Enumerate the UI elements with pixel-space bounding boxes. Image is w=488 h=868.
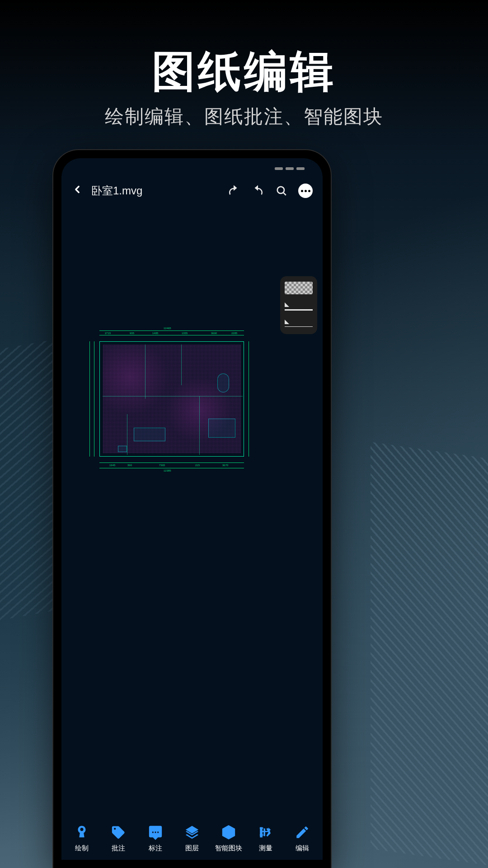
wall bbox=[199, 396, 200, 455]
dimension-line bbox=[249, 341, 249, 457]
dimension-label: 1945 bbox=[109, 464, 115, 467]
dimension-line bbox=[99, 335, 244, 335]
dimension-label: 1485 bbox=[152, 332, 158, 335]
dimension-label: 2285 bbox=[231, 332, 237, 335]
linestyle-solid-thin[interactable] bbox=[285, 318, 313, 329]
tool-layers[interactable]: 图层 bbox=[174, 824, 210, 853]
svg-point-0 bbox=[277, 187, 284, 193]
cube-icon bbox=[221, 824, 237, 840]
svg-line-1 bbox=[283, 193, 286, 195]
undo-button[interactable] bbox=[227, 184, 240, 198]
cad-canvas[interactable]: 12465 2715 935 1485 1355 3690 2285 1945 … bbox=[61, 210, 323, 819]
dimension-label: 12385 bbox=[164, 469, 171, 472]
dimension-label: 1355 bbox=[182, 332, 188, 335]
tool-label: 标注 bbox=[149, 844, 162, 853]
line-preview bbox=[285, 326, 313, 327]
wall bbox=[145, 344, 145, 399]
dimension-line bbox=[99, 468, 244, 468]
triangle-icon bbox=[285, 302, 289, 307]
svg-rect-2 bbox=[260, 827, 263, 837]
dimension-line bbox=[99, 462, 244, 463]
tool-draw[interactable]: 绘制 bbox=[63, 824, 100, 853]
more-button[interactable] bbox=[298, 184, 313, 198]
tool-measure[interactable]: 测量 bbox=[247, 824, 284, 853]
tool-blocks[interactable]: 智能图块 bbox=[211, 824, 247, 853]
tag-icon bbox=[110, 824, 127, 840]
dimension-label: 2715 bbox=[105, 332, 111, 335]
background-pattern-right bbox=[371, 442, 488, 868]
dimension-line bbox=[94, 341, 94, 457]
redo-button[interactable] bbox=[251, 184, 265, 198]
tool-label: 智能图块 bbox=[215, 844, 242, 853]
dimension-label: 3670 bbox=[222, 464, 228, 467]
dot-icon bbox=[308, 190, 310, 192]
floor-plan-drawing: 12465 2715 935 1485 1355 3690 2285 1945 … bbox=[87, 327, 254, 476]
marketing-subtitle: 绘制编辑、图纸批注、智能图块 bbox=[0, 104, 488, 129]
tool-label: 编辑 bbox=[296, 844, 309, 853]
edit-icon bbox=[294, 824, 310, 840]
layers-icon bbox=[184, 824, 200, 840]
filename-label: 卧室1.mvg bbox=[91, 184, 221, 198]
dimension-line bbox=[89, 341, 90, 457]
back-button[interactable] bbox=[71, 183, 83, 198]
furniture-bathtub bbox=[217, 373, 229, 392]
marketing-title: 图纸编辑 bbox=[0, 43, 488, 102]
wall bbox=[181, 344, 182, 385]
dot-icon bbox=[305, 190, 307, 192]
dimension-label: 215 bbox=[195, 464, 200, 467]
tool-edit[interactable]: 编辑 bbox=[284, 824, 321, 853]
linestyle-solid-thick[interactable] bbox=[285, 301, 313, 311]
tool-label: 测量 bbox=[259, 844, 272, 853]
pen-icon bbox=[74, 824, 90, 840]
phone-mockup-frame: 卧室1.mvg bbox=[53, 150, 331, 868]
search-button[interactable] bbox=[276, 185, 287, 197]
app-header: 卧室1.mvg bbox=[61, 176, 323, 205]
tool-label: 绘制 bbox=[75, 844, 89, 853]
tool-label: 批注 bbox=[112, 844, 125, 853]
plan-outline bbox=[99, 341, 244, 457]
status-bar bbox=[250, 167, 305, 171]
wall bbox=[127, 414, 127, 455]
dimension-label: 3690 bbox=[211, 332, 217, 335]
dimension-label: 12465 bbox=[164, 327, 171, 330]
furniture-bed bbox=[208, 419, 235, 438]
triangle-icon bbox=[285, 320, 289, 324]
comment-icon bbox=[147, 824, 164, 840]
tool-markup[interactable]: 标注 bbox=[137, 824, 174, 853]
furniture-table bbox=[134, 428, 165, 441]
bottom-toolbar: 绘制 批注 标注 图层 bbox=[61, 819, 323, 860]
dimension-label: 935 bbox=[130, 332, 134, 335]
line-preview bbox=[285, 309, 313, 311]
dot-icon bbox=[301, 190, 303, 192]
dimension-line bbox=[99, 330, 244, 331]
tool-label: 图层 bbox=[185, 844, 199, 853]
header-actions bbox=[227, 184, 313, 198]
measure-icon bbox=[258, 824, 274, 840]
style-panel[interactable] bbox=[280, 276, 317, 334]
dimension-label: 390 bbox=[127, 464, 132, 467]
phone-screen: 卧室1.mvg bbox=[61, 158, 323, 860]
fill-swatch-checker[interactable] bbox=[285, 282, 313, 294]
wall bbox=[103, 396, 243, 396]
tool-annotate[interactable]: 批注 bbox=[100, 824, 136, 853]
furniture-item bbox=[118, 446, 127, 452]
dimension-label: 7365 bbox=[159, 464, 165, 467]
